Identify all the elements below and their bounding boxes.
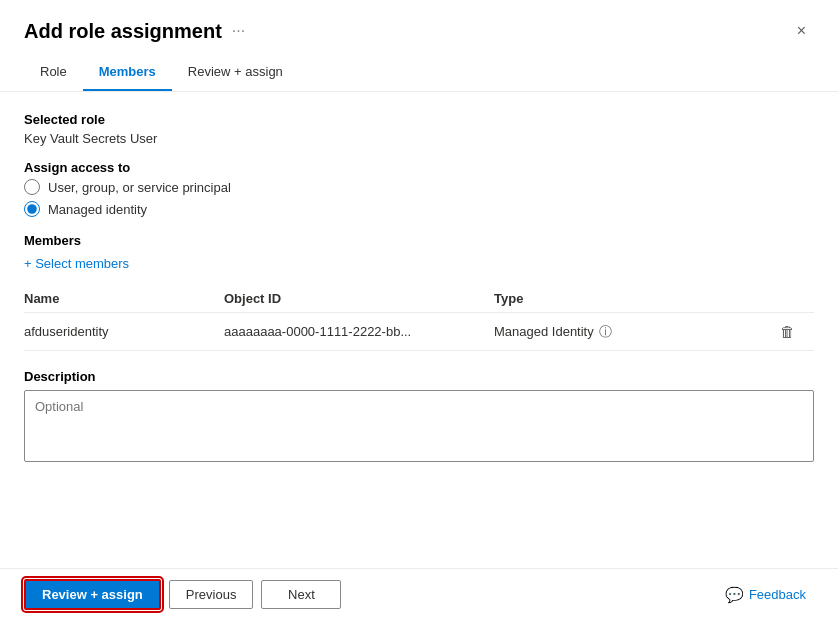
title-row: Add role assignment ··· bbox=[24, 20, 245, 43]
feedback-icon: 💬 bbox=[725, 586, 744, 604]
delete-row-button[interactable]: 🗑 bbox=[774, 321, 801, 342]
description-label: Description bbox=[24, 369, 814, 384]
members-section: Members + Select members Name Object ID … bbox=[24, 233, 814, 351]
row-type: Managed Identity ⓘ bbox=[494, 313, 774, 351]
radio-managed-identity-label: Managed identity bbox=[48, 202, 147, 217]
assign-access-label: Assign access to bbox=[24, 160, 814, 175]
row-objectid: aaaaaaaa-0000-1111-2222-bb... bbox=[224, 313, 494, 351]
col-header-objectid: Object ID bbox=[224, 285, 494, 313]
previous-button[interactable]: Previous bbox=[169, 580, 254, 609]
add-role-assignment-dialog: Add role assignment ··· × Role Members R… bbox=[0, 0, 838, 620]
dialog-footer: Review + assign Previous Next 💬 Feedback bbox=[0, 568, 838, 620]
radio-user-group[interactable]: User, group, or service principal bbox=[24, 179, 814, 195]
info-icon[interactable]: ⓘ bbox=[599, 323, 612, 341]
tab-review-assign[interactable]: Review + assign bbox=[172, 54, 299, 91]
select-members-link[interactable]: + Select members bbox=[24, 256, 129, 271]
feedback-button[interactable]: 💬 Feedback bbox=[717, 582, 814, 608]
radio-user-group-input[interactable] bbox=[24, 179, 40, 195]
description-section: Description bbox=[24, 369, 814, 465]
selected-role-value: Key Vault Secrets User bbox=[24, 131, 814, 146]
tab-members[interactable]: Members bbox=[83, 54, 172, 91]
col-header-name: Name bbox=[24, 285, 224, 313]
row-action: 🗑 bbox=[774, 313, 814, 351]
next-button[interactable]: Next bbox=[261, 580, 341, 609]
ellipsis-menu[interactable]: ··· bbox=[232, 22, 245, 40]
dialog-body: Selected role Key Vault Secrets User Ass… bbox=[0, 92, 838, 568]
col-header-type: Type bbox=[494, 285, 774, 313]
tabs-bar: Role Members Review + assign bbox=[0, 54, 838, 92]
radio-managed-identity-input[interactable] bbox=[24, 201, 40, 217]
radio-user-group-label: User, group, or service principal bbox=[48, 180, 231, 195]
description-textarea[interactable] bbox=[24, 390, 814, 462]
row-name: afduseridentity bbox=[24, 313, 224, 351]
dialog-header: Add role assignment ··· × bbox=[0, 0, 838, 54]
close-button[interactable]: × bbox=[789, 18, 814, 44]
col-header-action bbox=[774, 285, 814, 313]
radio-managed-identity[interactable]: Managed identity bbox=[24, 201, 814, 217]
feedback-label: Feedback bbox=[749, 587, 806, 602]
members-label: Members bbox=[24, 233, 814, 248]
members-table: Name Object ID Type afduseridentity aaaa… bbox=[24, 285, 814, 351]
selected-role-label: Selected role bbox=[24, 112, 814, 127]
dialog-title: Add role assignment bbox=[24, 20, 222, 43]
assign-access-radio-group: User, group, or service principal Manage… bbox=[24, 179, 814, 217]
table-row: afduseridentity aaaaaaaa-0000-1111-2222-… bbox=[24, 313, 814, 351]
tab-role[interactable]: Role bbox=[24, 54, 83, 91]
review-assign-button[interactable]: Review + assign bbox=[24, 579, 161, 610]
